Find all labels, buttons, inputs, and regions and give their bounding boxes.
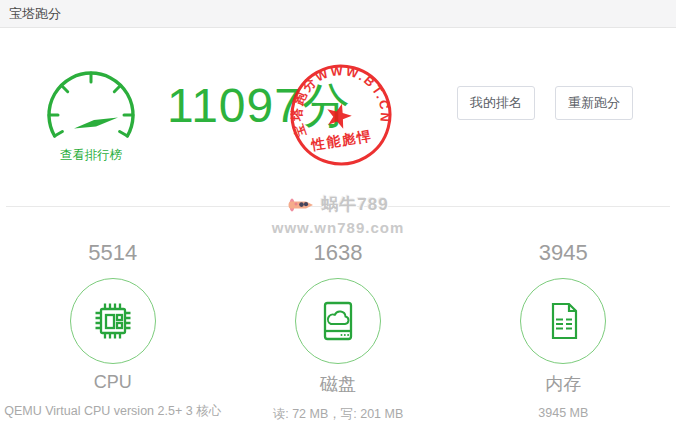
stats-row: 5514 CPU QEMU Virtual CPU version 2.5+ 3… <box>0 240 676 423</box>
disk-desc: 读: 72 MB，写: 201 MB <box>225 406 450 423</box>
disk-stat-circle <box>295 278 381 364</box>
cpu-label: CPU <box>0 372 225 393</box>
memory-score: 3945 <box>451 240 676 266</box>
snail-icon <box>287 195 317 215</box>
gauge-block: 查看排行榜 <box>44 71 138 164</box>
cpu-stat-circle <box>70 278 156 364</box>
cpu-desc: QEMU Virtual CPU version 2.5+ 3 核心 <box>0 403 225 420</box>
topbar: 宝塔跑分 <box>0 0 676 28</box>
stat-cpu: 5514 CPU QEMU Virtual CPU version 2.5+ 3… <box>0 240 225 423</box>
memory-label: 内存 <box>451 372 676 396</box>
disk-label: 磁盘 <box>225 372 450 396</box>
speedometer-gauge-icon <box>45 71 137 145</box>
watermark: 蜗牛789 www.wn789.com <box>0 193 676 236</box>
star-icon <box>324 100 355 130</box>
disk-icon <box>315 298 361 344</box>
memory-desc: 3945 MB <box>451 406 676 420</box>
watermark-url: www.wn789.com <box>0 219 676 236</box>
cpu-chip-icon <box>90 298 136 344</box>
gauge-needle <box>74 118 118 129</box>
cpu-score: 5514 <box>0 240 225 266</box>
rerun-benchmark-button[interactable]: 重新跑分 <box>555 86 633 120</box>
stat-disk: 1638 磁盘 读: 72 MB，写: 201 MB <box>225 240 450 423</box>
stamp-seal: 宝塔跑分WWW.BT.CN 性能彪悍 <box>287 61 395 169</box>
disk-score: 1638 <box>225 240 450 266</box>
benchmark-page: 宝塔跑分 查看排行榜 11097分 宝 <box>0 0 676 437</box>
memory-stat-circle <box>520 278 606 364</box>
my-rank-button[interactable]: 我的排名 <box>457 86 535 120</box>
memory-icon <box>540 298 586 344</box>
watermark-name: 蜗牛789 <box>321 193 388 216</box>
stamp-slogan: 性能彪悍 <box>309 128 373 153</box>
stat-memory: 3945 内存 3945 MB <box>451 240 676 423</box>
score-number: 11097 <box>167 79 302 132</box>
view-leaderboard-link[interactable]: 查看排行榜 <box>60 147 123 164</box>
page-title: 宝塔跑分 <box>9 0 61 27</box>
